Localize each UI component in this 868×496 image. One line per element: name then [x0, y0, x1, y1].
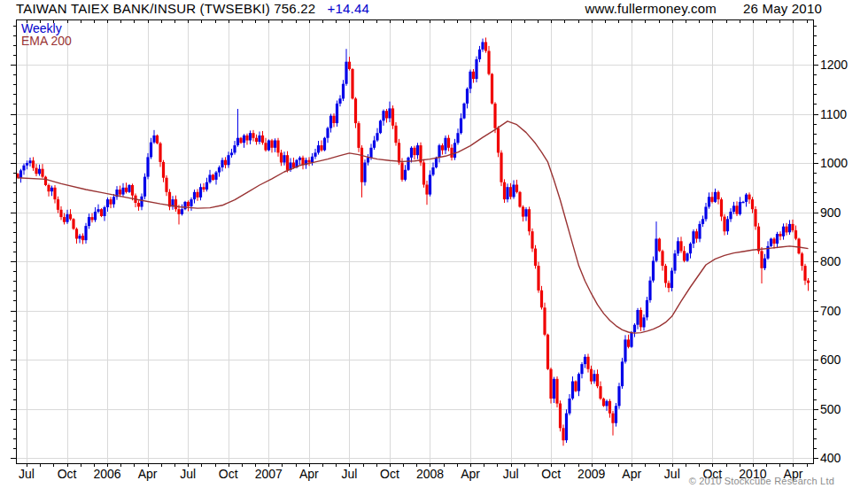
candle-body [515, 185, 518, 192]
candle-body [466, 89, 469, 104]
candle-body [512, 185, 515, 198]
candle-body [522, 207, 524, 217]
candle-body [801, 253, 803, 266]
y-tick-label: 700 [820, 304, 841, 318]
candle-body [119, 190, 121, 195]
candle-body [723, 217, 725, 232]
candle-body [708, 197, 710, 206]
candle-body [469, 72, 471, 89]
candle-body [81, 236, 84, 240]
candle-body [500, 152, 502, 182]
candle-body [602, 399, 605, 406]
candle-body [233, 145, 236, 152]
candle-body [57, 199, 59, 210]
candle-body [593, 374, 595, 381]
x-tick-label: Jul [341, 467, 357, 481]
candle-body [537, 266, 539, 291]
candle-body [94, 212, 97, 220]
candle-body [763, 259, 766, 268]
candle-body [348, 62, 351, 69]
x-tick-label: Oct [219, 467, 238, 481]
y-tick-label: 600 [820, 353, 841, 367]
candle-body [72, 219, 74, 229]
candle-body [97, 209, 99, 212]
candle-body [546, 335, 549, 369]
y-tick-label: 400 [820, 451, 841, 465]
candle-body [714, 192, 717, 202]
candle-body [363, 163, 366, 182]
candle-body [487, 51, 490, 74]
candle-body [460, 119, 462, 134]
candle-body [435, 158, 438, 167]
candle-body [698, 224, 701, 239]
candle-body [245, 136, 248, 141]
candle-body [345, 62, 347, 84]
candle-body [44, 177, 47, 185]
candle-body [506, 187, 508, 199]
axis-labels: 400500600700800900100011001200JulOct2006… [19, 58, 848, 481]
candle-body [106, 199, 109, 207]
candle-body [739, 202, 741, 214]
candle-body [732, 205, 735, 212]
candle-body [571, 382, 574, 399]
candle-body [143, 177, 146, 197]
candle-body [695, 231, 698, 238]
candle-body [710, 197, 713, 202]
x-tick-label: Apr [299, 467, 319, 481]
candle-body [326, 128, 329, 138]
candle-body [208, 174, 211, 182]
chart-window: TAIWAN TAIEX BANK/INSUR (TWSEBKI) 756.22… [0, 0, 868, 496]
candle-body [803, 266, 806, 281]
candle-body [249, 133, 252, 140]
candle-body [605, 401, 608, 407]
candle-body [584, 357, 586, 364]
candle-body [425, 185, 428, 195]
candle-body [748, 195, 750, 200]
candle-body [701, 219, 704, 224]
candle-body [422, 163, 425, 185]
candle-body [323, 138, 326, 151]
candle-body [590, 369, 593, 382]
candle-body [772, 239, 775, 244]
candle-body [329, 116, 332, 128]
candle-body [367, 158, 369, 163]
candle-body [53, 188, 56, 199]
candle-body [332, 116, 335, 123]
candle-body [28, 160, 31, 163]
candle-body [596, 374, 599, 386]
candle-body [137, 203, 140, 206]
candle-body [264, 143, 267, 150]
candle-body [630, 332, 632, 347]
x-tick-label: Oct [58, 467, 77, 481]
candle-body [484, 43, 487, 51]
candle-body [670, 271, 673, 288]
candle-body [351, 69, 353, 98]
candle-body [230, 152, 233, 155]
candle-body [621, 361, 624, 386]
y-tick-label: 1200 [820, 58, 848, 72]
candle-body [150, 143, 152, 158]
candle-body [314, 152, 316, 156]
candle-body [779, 234, 781, 236]
candle-body [227, 155, 229, 165]
candle-body [59, 210, 62, 217]
candle-body [270, 141, 273, 148]
candle-body [453, 143, 456, 158]
candle-body [307, 160, 310, 163]
candle-body [199, 187, 202, 198]
candle-body [131, 185, 134, 196]
candle-body [741, 202, 744, 203]
candle-body [152, 136, 155, 143]
candle-body [32, 160, 35, 167]
x-tick-label: Apr [622, 467, 641, 481]
candle-body [109, 199, 112, 205]
candle-body [202, 187, 205, 190]
candle-body [373, 141, 376, 148]
candle-body [354, 98, 357, 123]
candle-body [338, 98, 341, 104]
candle-body [267, 141, 270, 151]
candle-body [797, 239, 800, 254]
candle-body [679, 241, 682, 251]
candle-body [438, 145, 440, 158]
y-tick-label: 800 [820, 254, 841, 268]
